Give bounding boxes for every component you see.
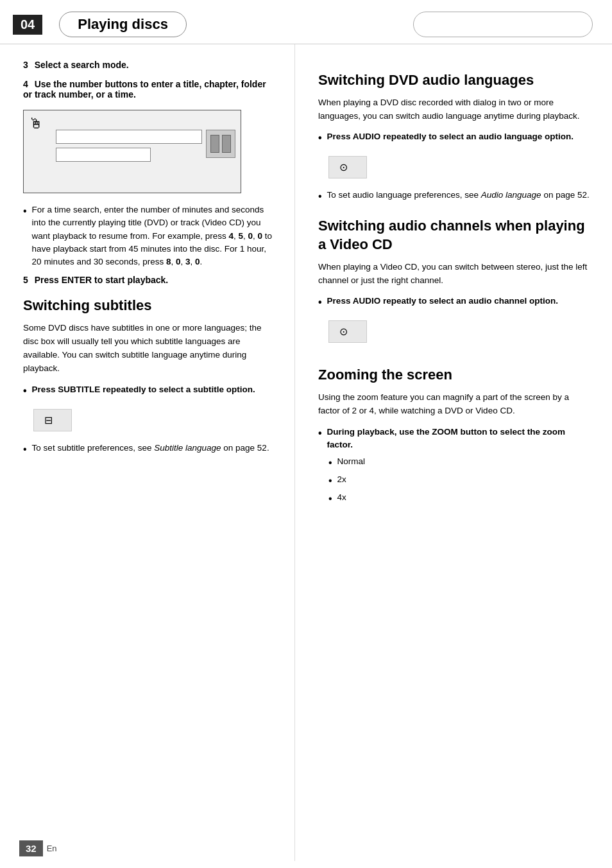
audio-bullet-bold-text: Press AUDIO repeatedly to select an audi… xyxy=(327,130,574,143)
dvd-screen-graphic: 🖱 xyxy=(23,110,241,193)
channel-icon-symbol: ⊙ xyxy=(339,326,348,337)
subtitle-pref-text: To set subtitle preferences, see Subtitl… xyxy=(32,442,269,455)
bullet-time-search-text: For a time search, enter the number of m… xyxy=(32,204,275,268)
zoom-bullet-bold: During playback, use the ZOOM button to … xyxy=(318,426,593,452)
audio-pref-text: To set audio language preferences, see A… xyxy=(327,189,590,202)
bullet-time-search: For a time search, enter the number of m… xyxy=(23,204,275,268)
page-footer: 32 En xyxy=(19,840,57,856)
switching-subtitles-title: Switching subtitles xyxy=(23,297,275,315)
screen-inner xyxy=(56,130,202,180)
subtitle-language-link: Subtitle language xyxy=(154,443,221,453)
subtitle-icon-box: ⊟ xyxy=(33,409,72,431)
title-text: Playing discs xyxy=(78,16,168,33)
channel-bullet-bold: Press AUDIO repeatly to select an audio … xyxy=(318,295,593,310)
main-content: 3 Select a search mode. 4 Use the number… xyxy=(0,44,612,861)
subtitle-pref-bullet: To set subtitle preferences, see Subtitl… xyxy=(23,442,275,457)
audio-channels-title: Switching audio channels when playing a … xyxy=(318,217,593,254)
subtitle-pref-suffix: on page 52. xyxy=(221,443,269,453)
step-5-text: Press ENTER to start playback. xyxy=(35,275,169,285)
zoom-sub-normal: Normal xyxy=(328,455,593,471)
disc-icon: 🖱 xyxy=(29,116,43,132)
zoom-sub-4x: 4x xyxy=(328,491,593,507)
page-title: Playing discs xyxy=(59,12,187,37)
step-4-number: 4 xyxy=(23,79,28,89)
zoom-sub-normal-text: Normal xyxy=(337,455,366,468)
audio-icon-symbol: ⊙ xyxy=(339,162,348,173)
page-header: 04 Playing discs xyxy=(0,0,612,44)
subtitle-icon-symbol: ⊟ xyxy=(44,415,53,426)
audio-channels-body: When playing a Video CD, you can switch … xyxy=(318,261,593,288)
audio-pref-bullet: To set audio language preferences, see A… xyxy=(318,189,593,204)
audio-icon-box: ⊙ xyxy=(328,156,367,178)
step-4: 4 Use the number buttons to enter a titl… xyxy=(23,79,275,100)
step-4-text: Use the number buttons to enter a title,… xyxy=(23,79,266,100)
dvd-audio-title: Switching DVD audio languages xyxy=(318,71,593,90)
audio-language-link: Audio language xyxy=(481,190,541,200)
channel-bullet-bold-text: Press AUDIO repeatly to select an audio … xyxy=(327,295,558,308)
subtitle-bullet-bold: Press SUBTITLE repeatedly to select a su… xyxy=(23,383,275,399)
zoom-bullet-bold-text: During playback, use the ZOOM button to … xyxy=(327,426,593,452)
header-pill-right xyxy=(413,12,593,37)
zooming-title: Zooming the screen xyxy=(318,366,593,385)
time-search-bullets: For a time search, enter the number of m… xyxy=(23,204,275,268)
left-column: 3 Select a search mode. 4 Use the number… xyxy=(0,44,295,861)
subtitle-bullet-bold-text: Press SUBTITLE repeatedly to select a su… xyxy=(32,383,255,396)
step-3-number: 3 xyxy=(23,60,28,70)
mini-bar-1 xyxy=(210,135,219,153)
footer-language: En xyxy=(47,844,57,853)
step-3: 3 Select a search mode. xyxy=(23,60,275,70)
screen-bar-bottom xyxy=(56,148,151,162)
chapter-number: 04 xyxy=(13,15,42,35)
switching-subtitles-body: Some DVD discs have subtitles in one or … xyxy=(23,322,275,376)
audio-pref-suffix: on page 52. xyxy=(541,190,590,200)
zoom-sub-4x-text: 4x xyxy=(337,491,346,504)
dvd-audio-body: When playing a DVD disc recorded with di… xyxy=(318,96,593,123)
zooming-body: Using the zoom feature you can magnify a… xyxy=(318,391,593,418)
screen-right-box xyxy=(206,130,235,158)
zoom-sub-2x-text: 2x xyxy=(337,473,346,486)
right-column: Switching DVD audio languages When playi… xyxy=(295,44,612,861)
page-number: 32 xyxy=(19,840,43,856)
screen-bar-top xyxy=(56,130,202,144)
step-3-text: Select a search mode. xyxy=(35,60,129,70)
audio-bullet-bold: Press AUDIO repeatedly to select an audi… xyxy=(318,130,593,146)
step-5-number: 5 xyxy=(23,275,28,285)
mini-bar-2 xyxy=(222,135,231,153)
channel-icon-box: ⊙ xyxy=(328,320,367,343)
step-5: 5 Press ENTER to start playback. xyxy=(23,275,275,285)
zoom-sub-2x: 2x xyxy=(328,473,593,489)
